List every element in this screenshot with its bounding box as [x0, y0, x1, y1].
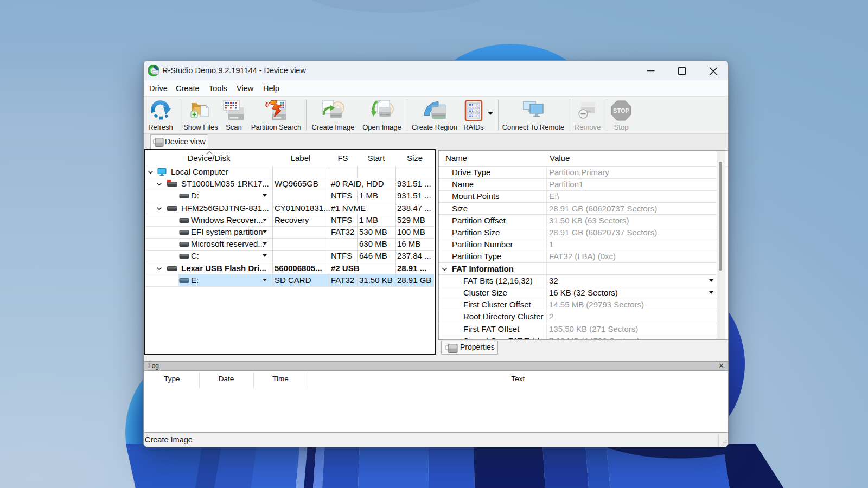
svg-text:STOP: STOP: [613, 107, 629, 114]
